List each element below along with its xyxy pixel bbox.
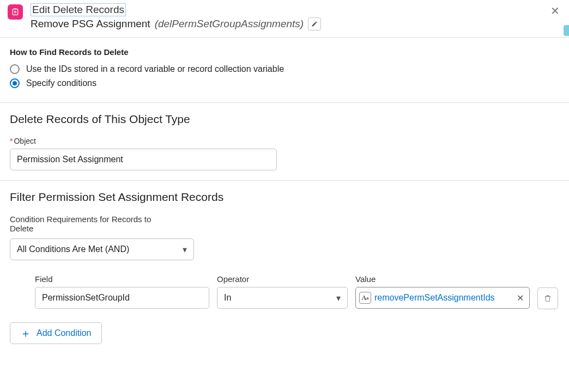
value-column-label: Value — [355, 274, 530, 284]
filter-section: Filter Permission Set Assignment Records… — [0, 181, 569, 354]
add-condition-label: Add Condition — [37, 328, 92, 338]
radio-icon — [10, 78, 20, 88]
condition-operator-value: In — [224, 293, 231, 303]
condition-operator-column: Operator In ▾ — [217, 274, 348, 309]
element-api-name: (delPermSetGroupAssignments) — [155, 18, 304, 30]
close-icon: ✕ — [550, 4, 560, 17]
delete-condition-button[interactable] — [537, 287, 558, 309]
condition-row: Field PermissionSetGroupId Operator In ▾… — [35, 274, 559, 309]
condition-value-input[interactable]: Aa removePermSetAssignmentIds ✕ — [355, 287, 530, 309]
dialog-title: Edit Delete Records — [31, 3, 126, 16]
field-column-label: Field — [35, 274, 209, 284]
trash-icon — [543, 294, 552, 303]
operator-column-label: Operator — [217, 274, 348, 284]
radio-option-specify-conditions[interactable]: Specify conditions — [10, 78, 559, 88]
plus-icon: ＋ — [20, 326, 31, 341]
object-type-heading: Delete Records of This Object Type — [10, 113, 559, 126]
text-variable-icon: Aa — [359, 292, 371, 304]
dialog-header: Edit Delete Records Remove PSG Assignmen… — [0, 0, 569, 38]
radio-option-use-ids[interactable]: Use the IDs stored in a record variable … — [10, 64, 559, 74]
panel-handle-icon[interactable] — [564, 25, 569, 36]
filter-heading: Filter Permission Set Assignment Records — [10, 191, 559, 204]
find-records-heading: How to Find Records to Delete — [10, 47, 559, 57]
radio-label: Specify conditions — [26, 78, 96, 88]
edit-delete-records-dialog: Edit Delete Records Remove PSG Assignmen… — [0, 0, 569, 354]
clear-value-button[interactable]: ✕ — [514, 293, 526, 303]
object-field-label: *Object — [10, 137, 559, 145]
find-records-section: How to Find Records to Delete Use the ID… — [0, 38, 569, 103]
required-indicator: * — [10, 137, 13, 145]
condition-field-value: PermissionSetGroupId — [42, 293, 130, 303]
condition-field-input[interactable]: PermissionSetGroupId — [35, 287, 209, 309]
condition-value-column: Value Aa removePermSetAssignmentIds ✕ — [355, 274, 530, 309]
chevron-down-icon: ▾ — [336, 293, 341, 303]
chevron-down-icon: ▾ — [183, 244, 187, 255]
delete-records-icon — [8, 4, 23, 20]
close-button[interactable]: ✕ — [548, 4, 561, 17]
condition-requirements-value: All Conditions Are Met (AND) — [17, 244, 129, 254]
element-label: Remove PSG Assignment — [31, 18, 150, 30]
svg-rect-0 — [13, 9, 17, 15]
header-text: Edit Delete Records Remove PSG Assignmen… — [31, 3, 561, 30]
radio-icon — [10, 64, 20, 74]
pencil-icon — [311, 21, 318, 27]
object-value: Permission Set Assignment — [17, 155, 123, 164]
object-type-section: Delete Records of This Object Type *Obje… — [0, 103, 569, 181]
condition-field-column: Field PermissionSetGroupId — [35, 274, 209, 309]
radio-label: Use the IDs stored in a record variable … — [26, 64, 284, 74]
condition-operator-select[interactable]: In ▾ — [217, 287, 348, 309]
condition-value-resource: removePermSetAssignmentIds — [374, 293, 511, 303]
edit-label-button[interactable] — [308, 17, 321, 30]
condition-requirements-select[interactable]: All Conditions Are Met (AND) ▾ — [10, 238, 194, 260]
condition-requirements-label: Condition Requirements for Records to De… — [10, 215, 173, 233]
dialog-subtitle-row: Remove PSG Assignment (delPermSetGroupAs… — [31, 17, 561, 30]
add-condition-button[interactable]: ＋ Add Condition — [10, 322, 102, 344]
object-label-text: Object — [14, 137, 35, 145]
object-input[interactable]: Permission Set Assignment — [10, 149, 277, 170]
